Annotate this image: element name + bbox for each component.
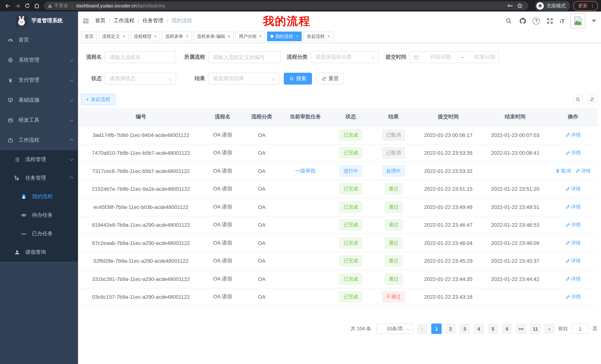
reset-button[interactable]: 重置 (316, 73, 344, 85)
gear-icon (7, 57, 13, 63)
forward-icon[interactable] (13, 1, 22, 10)
detail-link[interactable]: 详情 (565, 186, 581, 192)
process-name-input[interactable] (105, 51, 176, 63)
page-button-11[interactable]: 11 (530, 324, 541, 334)
help-icon[interactable]: ? (533, 17, 540, 24)
sidebar-item-infra[interactable]: 基础设施 (0, 90, 78, 110)
tab-发起流程[interactable]: 发起流程× (303, 31, 333, 41)
url-host: dashboard.yudao.iocoder.cn (76, 3, 137, 9)
breadcrumb-task-mgmt[interactable]: 任务管理 (143, 18, 163, 24)
close-tab-icon[interactable]: × (228, 34, 230, 38)
sidebar-item-workflow[interactable]: 工作流程 (0, 130, 78, 150)
detail-link[interactable]: 详情 (565, 276, 581, 282)
cell-submit-time: 2022-01-22 23:46:47 (415, 222, 482, 228)
tab-我的流程[interactable]: 我的流程× (267, 31, 302, 41)
result-select[interactable]: 请选择流结果 (208, 73, 279, 85)
sidebar-item-todo-tasks[interactable]: 待办任务 (0, 206, 78, 224)
status-badge: 已完成 (340, 273, 362, 285)
page-button-6[interactable]: 6 (502, 324, 512, 334)
detail-link[interactable]: 详情 (565, 258, 581, 264)
bookmark-star-icon[interactable] (515, 1, 524, 10)
cell-status: 已完成 (330, 183, 372, 195)
page-button-1[interactable]: 1 (431, 324, 442, 334)
category-select[interactable]: 请选择流程分类 (311, 51, 379, 63)
search-icon[interactable] (505, 17, 513, 25)
close-tab-icon[interactable]: × (123, 34, 125, 38)
page-size-select[interactable]: 10条/页 (376, 324, 413, 334)
result-badge: 已取消 (382, 130, 405, 141)
address-bar[interactable]: 不安全 dashboard.yudao.iocoder.cn /bpm/task… (44, 1, 528, 10)
sidebar-item-task-mgmt[interactable]: 任务管理 (0, 169, 78, 187)
pagination-ellipsis[interactable]: ••• (516, 324, 526, 334)
close-tab-icon[interactable]: × (154, 34, 157, 38)
table-row: 67c2eaab-7b9a-11ec-a290-acde48001122OA 请… (79, 234, 597, 252)
prev-page-button[interactable]: ‹ (417, 324, 428, 334)
search-button[interactable]: 搜索 (284, 73, 312, 85)
create-process-button[interactable]: + 发起流程 (81, 94, 115, 105)
app-logo-row[interactable]: 芋道管理系统 (0, 11, 78, 30)
breadcrumb-workflow[interactable]: 工作流程 (114, 18, 134, 24)
page-button-2[interactable]: 2 (445, 324, 456, 334)
sidebar-item-done-tasks[interactable]: 已办任务 (0, 224, 78, 243)
cell-process-name: OA 请假 (203, 150, 242, 156)
action-label: 详情 (571, 222, 581, 228)
fullscreen-icon[interactable] (546, 17, 554, 25)
toggle-search-button[interactable] (573, 94, 583, 105)
sidebar-item-system[interactable]: 系统管理 (0, 50, 78, 70)
current-task-link[interactable]: 一级审批 (295, 168, 316, 174)
close-tab-icon[interactable]: × (327, 34, 330, 38)
close-tab-icon[interactable]: × (296, 34, 298, 38)
reload-icon[interactable] (22, 1, 32, 10)
detail-link[interactable]: 详情 (565, 294, 581, 300)
page-button-3[interactable]: 3 (460, 324, 470, 334)
next-page-button[interactable]: › (544, 324, 555, 334)
incognito-icon (536, 2, 544, 10)
refresh-table-button[interactable] (587, 94, 597, 105)
cell-result: 处理中 (372, 165, 415, 177)
process-definition-label: 所属流程 (181, 54, 208, 60)
sidebar-item-leave-query[interactable]: 请假查询 (0, 243, 78, 262)
process-definition-input[interactable] (208, 51, 281, 63)
cell-result: 通过 (372, 273, 415, 285)
detail-link[interactable]: 详情 (565, 240, 581, 246)
submit-time-range-picker[interactable]: 开始日期 - 结束日期 (409, 51, 499, 63)
cancel-link[interactable]: 取消 (555, 168, 571, 174)
password-key-icon[interactable] (505, 1, 515, 10)
page-button-4[interactable]: 4 (474, 324, 484, 334)
avatar[interactable] (571, 13, 585, 28)
tab-流程表单-编辑[interactable]: 流程表单-编辑× (193, 31, 234, 41)
detail-link[interactable]: 详情 (575, 168, 591, 174)
status-select[interactable]: 请选择状态 (105, 73, 176, 85)
detail-link[interactable]: 详情 (565, 222, 581, 228)
github-icon[interactable] (519, 17, 527, 25)
close-tab-icon[interactable]: × (186, 34, 188, 38)
detail-link[interactable]: 详情 (565, 204, 581, 211)
page-button-5[interactable]: 5 (488, 324, 498, 334)
update-label: 更新 (578, 2, 588, 9)
close-tab-icon[interactable]: × (259, 34, 262, 38)
detail-link[interactable]: 详情 (565, 150, 581, 156)
tab-用户分组[interactable]: 用户分组× (235, 31, 265, 41)
sidebar-item-home[interactable]: 首页 (0, 30, 78, 50)
back-icon[interactable] (3, 1, 13, 10)
tab-流程表单[interactable]: 流程表单× (162, 31, 192, 41)
font-size-icon[interactable]: tT (560, 18, 565, 24)
sidebar-item-my-process[interactable]: 我的流程 (0, 187, 78, 206)
detail-link[interactable]: 详情 (565, 132, 581, 138)
home-icon[interactable] (32, 1, 42, 10)
update-button[interactable]: 更新 (573, 1, 598, 10)
sidebar-item-devtools[interactable]: 研发工具 (0, 110, 78, 130)
cell-result: 通过 (372, 256, 415, 267)
pagination-goto-input[interactable] (572, 324, 589, 334)
sidebar-item-process-mgmt[interactable]: 流程管理 (0, 150, 78, 169)
tab-首页[interactable]: 首页 (81, 31, 97, 41)
cell-id: 67c2eaab-7b9a-11ec-a290-acde48001122 (79, 240, 203, 246)
tab-流程定义[interactable]: 流程定义× (99, 31, 129, 41)
tab-流程模型[interactable]: 流程模型× (130, 31, 160, 41)
caret-down-icon[interactable] (592, 20, 596, 22)
hamburger-icon[interactable] (80, 15, 91, 26)
sidebar-item-payment[interactable]: ¥ 支付管理 (0, 70, 78, 90)
column-header: 当前审批任务 (281, 114, 330, 120)
breadcrumb-home[interactable]: 首页 (95, 18, 105, 24)
edit-icon (565, 151, 570, 155)
